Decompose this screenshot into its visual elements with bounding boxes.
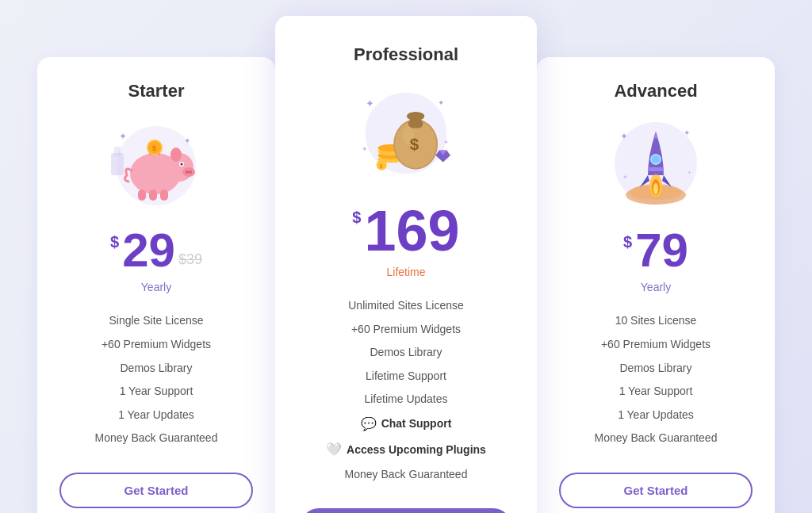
pricing-card-advanced: Advanced ✦ ✦ + ✦ $ 79 Yearly [537,57,775,513]
features-list: Single Site License+60 Premium WidgetsDe… [59,309,253,450]
svg-text:✦: ✦ [184,136,190,145]
price-dollar: $ [110,233,119,251]
svg-point-11 [181,163,183,166]
svg-text:✦: ✦ [622,174,628,181]
price-amount: 29 [122,227,175,274]
price-block: $ 79 [559,227,753,274]
svg-point-9 [189,170,192,174]
price-block: $ 169 [301,202,511,259]
feature-item: 10 Sites License [559,309,753,333]
feature-item: Demos Library [59,357,253,381]
svg-rect-16 [138,190,146,201]
feature-item: Unlimited Sites License [301,294,511,318]
svg-text:✦: ✦ [366,98,374,109]
feature-item: Money Back Guaranteed [59,427,253,450]
svg-point-33 [407,111,424,120]
price-period: Yearly [59,281,253,293]
svg-rect-17 [149,190,157,201]
card-illustration: ✦ ✦ + ✦ [604,116,707,211]
svg-point-48 [652,155,660,163]
svg-point-51 [653,183,658,194]
svg-point-6 [170,147,182,162]
svg-text:✦: ✦ [443,138,449,146]
svg-rect-52 [648,167,664,171]
feature-item: Lifetime Updates [301,388,511,412]
feature-item: 1 Year Support [559,380,753,404]
features-list: 10 Sites License+60 Premium WidgetsDemos… [559,309,753,450]
svg-point-8 [186,170,189,174]
card-illustration: ✦ ✦ ✦ ✦ $ $ [347,79,465,186]
svg-text:✦: ✦ [684,128,690,137]
svg-text:+: + [688,169,691,177]
card-title: Advanced [559,81,753,101]
svg-rect-20 [114,147,121,156]
svg-rect-19 [111,153,124,175]
feature-item: +60 Premium Widgets [559,333,753,357]
price-amount: 169 [364,202,459,259]
feature-item-highlighted: 💬 Chat Support [301,412,511,437]
feature-text: Chat Support [381,416,452,432]
feature-item: Money Back Guaranteed [301,463,511,487]
feature-item: +60 Premium Widgets [301,318,511,342]
card-title: Starter [59,81,253,101]
feature-item: 1 Year Updates [559,404,753,427]
card-illustration: ✦ ✦ ✦ $ [105,116,208,211]
svg-text:✦: ✦ [119,131,127,142]
svg-rect-18 [160,190,168,201]
svg-text:✦: ✦ [362,145,368,153]
feature-item: 1 Year Updates [59,404,253,427]
price-period: Lifetime [301,266,511,278]
price-dollar: $ [352,209,361,227]
price-period: Yearly [559,281,753,293]
feature-item: +60 Premium Widgets [59,333,253,357]
feature-highlight-icon: 🤍 [326,441,342,458]
feature-item-highlighted: 🤍 Access Upcoming Plugins [301,437,511,462]
svg-text:$: $ [410,135,419,153]
feature-text: Access Upcoming Plugins [347,442,486,458]
price-dollar: $ [623,233,632,251]
feature-item: Money Back Guaranteed [559,427,753,450]
feature-highlight-icon: 💬 [361,415,377,433]
feature-item: Single Site License [59,309,253,333]
svg-text:$: $ [152,144,156,152]
price-old: $39 [178,251,202,268]
svg-text:✦: ✦ [620,131,628,142]
feature-item: Lifetime Support [301,365,511,389]
svg-text:✦: ✦ [438,98,444,107]
pricing-container: Starter ✦ ✦ ✦ $ [17,16,795,513]
feature-item: 1 Year Support [59,380,253,404]
feature-item: Demos Library [301,341,511,365]
get-started-button[interactable]: Get Started [559,473,753,508]
feature-item: Demos Library [559,357,753,381]
pricing-card-starter: Starter ✦ ✦ ✦ $ [37,57,275,513]
price-amount: 79 [635,227,688,274]
card-title: Professional [301,44,511,65]
get-started-button[interactable]: Get Started [301,508,511,513]
get-started-button[interactable]: Get Started [59,473,253,508]
price-block: $ 29 $39 [59,227,253,274]
pricing-card-professional: Professional ✦ ✦ ✦ ✦ $ $ $ 169 [275,16,537,513]
features-list: Unlimited Sites License+60 Premium Widge… [301,294,511,486]
